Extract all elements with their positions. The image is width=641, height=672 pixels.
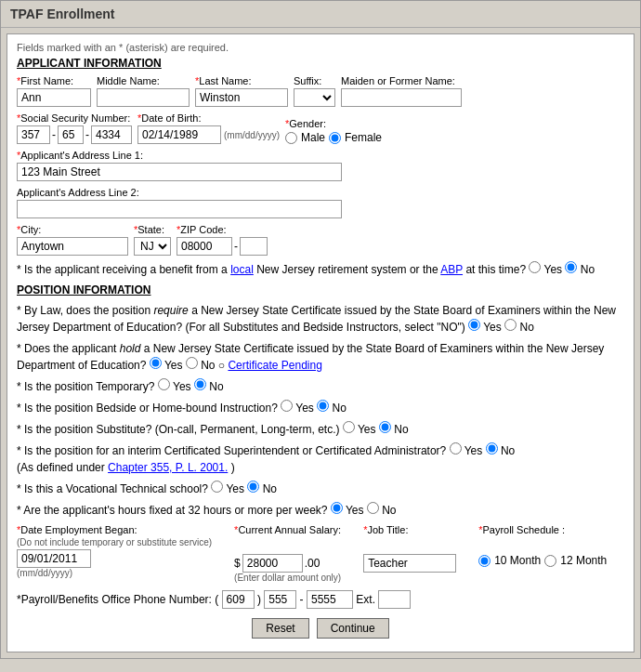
- phone-close-paren: ): [257, 593, 264, 606]
- q2-no-radio[interactable]: [186, 357, 198, 369]
- ssn1-input[interactable]: [17, 125, 50, 144]
- zip-ext-input[interactable]: [240, 237, 268, 256]
- name-row: *First Name: Middle Name: *Last Name: Su…: [17, 75, 624, 107]
- ssn3-input[interactable]: [91, 125, 132, 144]
- suffix-label: Suffix:: [294, 75, 335, 86]
- gender-female-radio[interactable]: [329, 132, 341, 144]
- reset-button[interactable]: Reset: [252, 618, 308, 639]
- zip-input[interactable]: [177, 237, 232, 256]
- address2-group: Applicant's Address Line 2:: [17, 187, 624, 218]
- zip-dash: -: [234, 240, 238, 253]
- address1-label: *Applicant's Address Line 1:: [17, 150, 624, 161]
- address1-input[interactable]: [17, 163, 342, 181]
- phone-open-paren: (: [215, 593, 218, 606]
- maiden-name-input[interactable]: [341, 88, 462, 107]
- form-container: Fields marked with an * (asterisk) are r…: [7, 33, 634, 652]
- q7-yes-radio[interactable]: [211, 481, 223, 493]
- suffix-group: Suffix: Jr. Sr. II III: [294, 75, 335, 107]
- jobtitle-input-wrapper: [363, 554, 456, 573]
- middle-name-input[interactable]: [97, 88, 190, 107]
- retirement-no-radio[interactable]: [565, 261, 577, 273]
- q3-yes-radio[interactable]: [158, 378, 170, 390]
- chapter-link[interactable]: Chapter 355, P. L. 2001.: [108, 461, 228, 474]
- title-bar: TPAF Enrollment: [1, 1, 640, 28]
- address2-input[interactable]: [17, 200, 342, 218]
- phone-ext-label: Ext.: [356, 593, 375, 606]
- q6-no-label: No: [501, 444, 515, 457]
- dob-format: (mm/dd/yyyy): [224, 130, 280, 140]
- q8-no-radio[interactable]: [367, 502, 379, 514]
- position-q1: * By Law, does the position require a Ne…: [17, 302, 624, 336]
- q5-no-label: No: [394, 423, 408, 436]
- gender-male-radio[interactable]: [285, 132, 297, 144]
- q5-yes-radio[interactable]: [343, 421, 355, 433]
- q3-no-radio[interactable]: [194, 378, 206, 390]
- salary-label: *Current Annual Salary:: [234, 524, 341, 535]
- q4-no-radio[interactable]: [317, 400, 329, 412]
- payroll-10month-radio[interactable]: [478, 555, 491, 567]
- q7-text: * Is this a Vocational Technical school?: [17, 482, 211, 495]
- q1-yes-label: Yes: [483, 321, 502, 334]
- q6-yes-radio[interactable]: [450, 442, 462, 455]
- position-section-title: POSITION INFORMATION: [17, 283, 624, 296]
- q2-no-label: No: [201, 359, 215, 372]
- q6-no-radio[interactable]: [486, 442, 498, 455]
- q7-yes-label: Yes: [226, 482, 244, 495]
- q7-no-radio[interactable]: [247, 481, 259, 493]
- jobtitle-group: *Job Title:: [363, 524, 456, 573]
- q8-yes-radio[interactable]: [331, 502, 343, 514]
- payroll-group: *Payroll Schedule : 10 Month 12 Month: [478, 524, 607, 567]
- payroll-radios: 10 Month 12 Month: [478, 554, 607, 567]
- last-name-label: *Last Name:: [195, 75, 288, 86]
- position-q3: * Is the position Temporary? Yes No: [17, 378, 624, 395]
- date-emp-subtext: (Do not include temporary or substitute …: [17, 537, 212, 547]
- gender-male-label: Male: [301, 131, 325, 144]
- retirement-text-middle: New Jersey retirement system or the: [256, 263, 440, 276]
- q6-text: * Is the position for an interim Certifi…: [17, 444, 450, 457]
- q8-text: * Are the applicant's hours fixed at 32 …: [17, 504, 331, 517]
- cert-pending-link[interactable]: Certificate Pending: [228, 359, 321, 372]
- position-q6: * Is the position for an interim Certifi…: [17, 442, 624, 476]
- q1-no-radio[interactable]: [504, 319, 517, 331]
- continue-button[interactable]: Continue: [317, 618, 389, 639]
- q4-text: * Is the position Bedside or Home-bound …: [17, 402, 281, 415]
- maiden-name-group: Maiden or Former Name:: [341, 75, 462, 107]
- q1-no-label: No: [519, 321, 533, 334]
- page-title: TPAF Enrollment: [10, 7, 115, 21]
- local-link[interactable]: local: [230, 263, 254, 276]
- ssn2-input[interactable]: [58, 125, 84, 144]
- phone-num1-input[interactable]: [264, 590, 296, 609]
- position-q5: * Is the position Substitute? (On-call, …: [17, 421, 624, 438]
- q2-yes-radio[interactable]: [150, 357, 162, 369]
- city-input[interactable]: [17, 237, 128, 256]
- jobtitle-input[interactable]: [363, 554, 456, 573]
- q4-yes-radio[interactable]: [281, 400, 293, 412]
- phone-area-input[interactable]: [222, 590, 255, 609]
- jobtitle-label: *Job Title:: [363, 524, 456, 535]
- maiden-name-label: Maiden or Former Name:: [341, 75, 462, 86]
- employment-row: *Date Employment Began: (Do not include …: [17, 524, 624, 583]
- ssn-label: *Social Security Number:: [17, 112, 132, 124]
- retirement-yes-radio[interactable]: [529, 261, 541, 273]
- q1-yes-radio[interactable]: [468, 319, 480, 331]
- state-select[interactable]: NJ NY PA: [134, 237, 171, 256]
- middle-name-group: Middle Name:: [97, 75, 190, 107]
- address1-group: *Applicant's Address Line 1:: [17, 150, 624, 181]
- abp-link[interactable]: ABP: [440, 263, 463, 276]
- first-name-input[interactable]: [17, 88, 91, 107]
- phone-ext-input[interactable]: [378, 590, 411, 609]
- position-q7: * Is this a Vocational Technical school?…: [17, 481, 624, 497]
- date-emp-input[interactable]: [17, 549, 91, 568]
- gender-radios: Male Female: [285, 131, 382, 144]
- last-name-input[interactable]: [195, 88, 288, 107]
- q6-subtext-end: ): [231, 461, 235, 474]
- payroll-12month-radio[interactable]: [544, 555, 556, 567]
- q4-yes-label: Yes: [295, 402, 314, 415]
- q6-subtext: (As defined under: [17, 461, 108, 474]
- dob-input[interactable]: [137, 125, 221, 144]
- phone-num2-input[interactable]: [307, 590, 353, 609]
- q5-no-radio[interactable]: [379, 421, 391, 433]
- date-emp-format: (mm/dd/yyyy): [17, 568, 212, 578]
- salary-input[interactable]: [242, 554, 303, 573]
- suffix-select[interactable]: Jr. Sr. II III: [294, 88, 335, 107]
